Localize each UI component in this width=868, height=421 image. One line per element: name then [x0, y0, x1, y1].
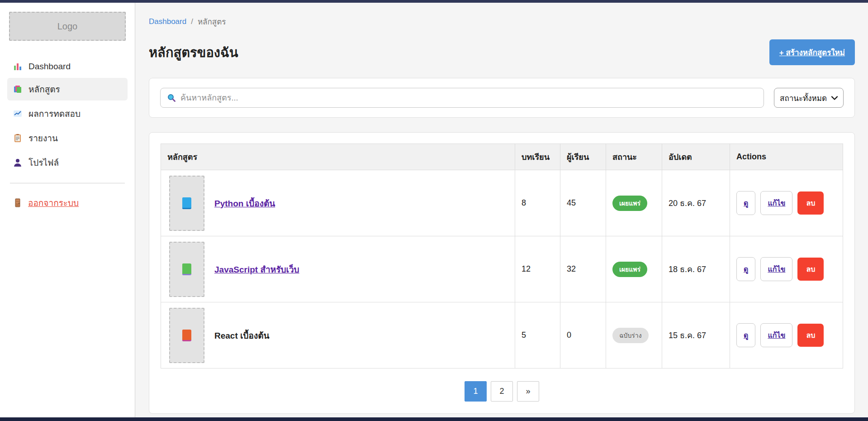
delete-button[interactable]: ลบ [797, 191, 824, 215]
header-status: สถานะ [606, 144, 662, 170]
lessons-count: 5 [515, 302, 560, 368]
edit-button[interactable]: แก้ไข [760, 257, 792, 281]
orange-book-icon [182, 330, 191, 341]
status-filter-value: สถานะทั้งหมด [780, 92, 827, 104]
sidebar: Logo Dashboard หลักสูตร ผลการทดสอบ [0, 3, 135, 417]
pagination-next-button[interactable]: » [517, 381, 539, 402]
course-row: Python เบื้องต้น 8 45 เผยแพร่ 20 ธ.ค. 67… [161, 170, 843, 236]
course-thumbnail-placeholder [169, 308, 204, 363]
header-lessons: บทเรียน [515, 144, 560, 170]
sidebar-divider [10, 183, 125, 183]
delete-button[interactable]: ลบ [797, 258, 824, 281]
sidebar-item-reports[interactable]: รายงาน [7, 127, 128, 149]
course-thumbnail-placeholder [169, 176, 204, 231]
students-count: 0 [560, 302, 606, 368]
sidebar-item-label: ผลการทดสอบ [28, 107, 81, 120]
main-content: Dashboard / หลักสูตร หลักสูตรของฉัน + สร… [135, 3, 868, 417]
sidebar-item-label: Dashboard [28, 62, 71, 72]
sidebar-item-dashboard[interactable]: Dashboard [7, 57, 128, 76]
title-row: หลักสูตรของฉัน + สร้างหลักสูตรใหม่ [149, 39, 855, 65]
chevron-down-icon [831, 96, 838, 100]
green-book-icon [182, 263, 191, 275]
search-icon [167, 93, 176, 102]
course-title-text: React เบื้องต้น [214, 329, 270, 342]
logout-label: ออกจากระบบ [28, 196, 79, 210]
pagination-page-1[interactable]: 1 [465, 381, 487, 402]
status-badge: เผยแพร่ [612, 262, 647, 277]
bottom-accent-bar [0, 417, 868, 421]
course-row: React เบื้องต้น 5 0 ฉบับร่าง 15 ธ.ค. 67 … [161, 302, 843, 368]
header-actions: Actions [730, 144, 843, 170]
delete-button[interactable]: ลบ [797, 324, 824, 347]
door-icon [13, 198, 23, 208]
sidebar-item-courses[interactable]: หลักสูตร [7, 78, 128, 100]
status-badge: ฉบับร่าง [612, 328, 649, 343]
status-badge: เผยแพร่ [612, 196, 647, 211]
filter-card: สถานะทั้งหมด [149, 78, 855, 118]
books-icon [13, 84, 23, 94]
edit-button[interactable]: แก้ไข [760, 323, 792, 347]
sidebar-item-profile[interactable]: โปรไฟล์ [7, 151, 128, 174]
breadcrumb-dashboard-link[interactable]: Dashboard [149, 17, 186, 26]
search-input[interactable] [180, 93, 757, 103]
courses-table: หลักสูตร บทเรียน ผู้เรียน สถานะ อัปเดต A… [161, 144, 843, 368]
header-course: หลักสูตร [161, 144, 515, 170]
sidebar-nav: Dashboard หลักสูตร ผลการทดสอบ รายงาน [0, 56, 135, 175]
view-button[interactable]: ดู [736, 323, 755, 347]
updated-date: 15 ธ.ค. 67 [662, 302, 730, 368]
breadcrumb-separator: / [191, 17, 193, 26]
pagination: 1 2 » [161, 381, 843, 402]
courses-table-card: หลักสูตร บทเรียน ผู้เรียน สถานะ อัปเดต A… [149, 132, 855, 414]
status-filter-select[interactable]: สถานะทั้งหมด [774, 88, 844, 108]
lessons-count: 12 [515, 236, 560, 302]
header-students: ผู้เรียน [560, 144, 606, 170]
search-field-wrapper [160, 88, 764, 108]
logo-placeholder: Logo [9, 12, 126, 41]
students-count: 32 [560, 236, 606, 302]
updated-date: 18 ธ.ค. 67 [662, 236, 730, 302]
view-button[interactable]: ดู [736, 257, 755, 281]
course-thumbnail-placeholder [169, 242, 204, 297]
sidebar-item-label: โปรไฟล์ [28, 156, 59, 169]
person-icon [13, 158, 23, 167]
blue-book-icon [182, 197, 191, 209]
table-header-row: หลักสูตร บทเรียน ผู้เรียน สถานะ อัปเดต A… [161, 144, 843, 170]
breadcrumb-current: หลักสูตร [198, 15, 226, 28]
bar-chart-icon [13, 62, 23, 72]
sidebar-item-label: หลักสูตร [28, 82, 60, 96]
logo-text: Logo [57, 21, 78, 32]
course-row: JavaScript สำหรับเว็บ 12 32 เผยแพร่ 18 ธ… [161, 236, 843, 302]
updated-date: 20 ธ.ค. 67 [662, 170, 730, 236]
breadcrumb: Dashboard / หลักสูตร [149, 15, 855, 28]
sidebar-item-label: รายงาน [28, 131, 58, 145]
clipboard-icon [13, 133, 23, 143]
edit-button[interactable]: แก้ไข [760, 191, 792, 215]
logout-link[interactable]: ออกจากระบบ [7, 191, 128, 214]
sidebar-item-test-results[interactable]: ผลการทดสอบ [7, 102, 128, 125]
app-layout: Logo Dashboard หลักสูตร ผลการทดสอบ [0, 3, 868, 417]
create-course-button[interactable]: + สร้างหลักสูตรใหม่ [769, 39, 855, 65]
page-title: หลักสูตรของฉัน [149, 42, 238, 63]
course-title-link[interactable]: JavaScript สำหรับเว็บ [214, 263, 299, 276]
chart-increasing-icon [13, 109, 23, 119]
view-button[interactable]: ดู [736, 191, 755, 215]
students-count: 45 [560, 170, 606, 236]
pagination-page-2[interactable]: 2 [491, 381, 513, 402]
header-updated: อัปเดต [662, 144, 730, 170]
lessons-count: 8 [515, 170, 560, 236]
course-title-link[interactable]: Python เบื้องต้น [214, 196, 275, 210]
